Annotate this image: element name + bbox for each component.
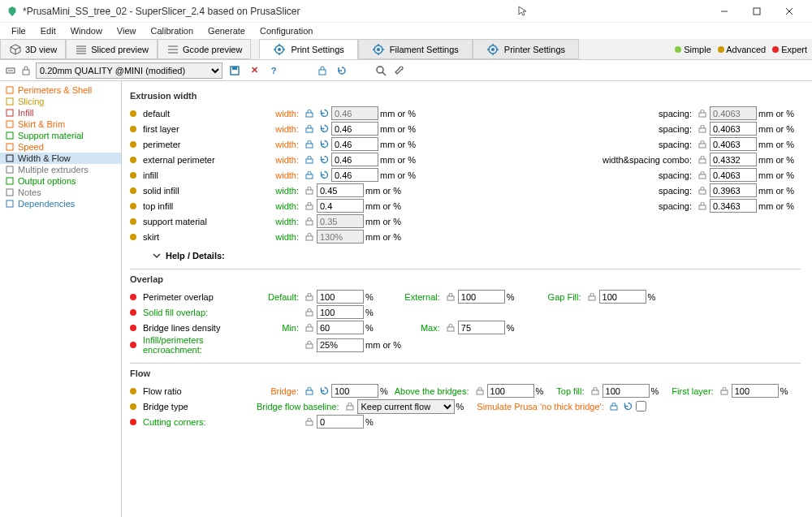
perimeter-gapfill-input[interactable] (599, 290, 646, 304)
menu-window[interactable]: Window (64, 24, 109, 37)
lock-icon[interactable] (304, 307, 315, 318)
lock-icon[interactable] (697, 139, 708, 150)
lock-icon[interactable] (304, 322, 315, 334)
mode-advanced[interactable]: Advanced (718, 45, 766, 54)
lock-icon[interactable] (304, 231, 315, 243)
sidebar-item-infill[interactable]: Infill (0, 107, 121, 118)
reset-icon[interactable] (318, 154, 330, 166)
spacing-input[interactable] (710, 137, 757, 151)
sidebar-item-skirt---brim[interactable]: Skirt & Brim (0, 118, 121, 130)
save-preset-button[interactable] (227, 63, 242, 78)
cutting-input[interactable] (317, 415, 364, 429)
lock-icon[interactable] (697, 170, 708, 181)
lock-icon[interactable] (304, 108, 315, 119)
delete-preset-button[interactable]: ✕ (247, 63, 261, 78)
menu-view[interactable]: View (110, 24, 143, 37)
perimeter-default-input[interactable] (317, 290, 364, 304)
cfg-tab-printer-settings[interactable]: Printer Settings (473, 39, 579, 59)
lock-icon[interactable] (474, 386, 486, 397)
help-button[interactable]: ? (266, 63, 281, 78)
solidfill-input[interactable] (317, 305, 364, 319)
menu-calibration[interactable]: Calibration (144, 24, 200, 37)
lock-icon[interactable] (304, 416, 315, 428)
lock-icon[interactable] (586, 291, 598, 303)
spacing-input[interactable] (710, 168, 757, 182)
reset-icon[interactable] (318, 170, 330, 181)
sidebar-item-speed[interactable]: Speed (0, 141, 121, 153)
lock-icon[interactable] (304, 185, 315, 196)
sidebar-item-output-options[interactable]: Output options (0, 175, 121, 187)
spacing-input[interactable] (710, 122, 757, 136)
sidebar-item-support-material[interactable]: Support material (0, 130, 121, 141)
spacing-input[interactable] (710, 199, 757, 213)
lock-all-button[interactable] (315, 63, 330, 78)
lock-icon[interactable] (697, 123, 708, 135)
lock-icon[interactable] (304, 170, 315, 181)
lock-icon[interactable] (697, 154, 708, 166)
lock-icon[interactable] (697, 185, 708, 196)
mode-simple[interactable]: Simple (675, 45, 711, 54)
reset-icon[interactable] (318, 108, 330, 119)
menu-edit[interactable]: Edit (34, 24, 63, 37)
close-button[interactable] (773, 2, 806, 21)
sidebar-item-perimeters---shell[interactable]: Perimeters & Shell (0, 84, 121, 96)
lock-icon[interactable] (697, 200, 708, 212)
lock-icon[interactable] (304, 200, 315, 212)
lock-icon[interactable] (344, 401, 356, 412)
width-input[interactable] (317, 183, 364, 197)
width-input[interactable] (331, 137, 378, 151)
encroach-input[interactable] (317, 338, 364, 352)
flow-topfill-input[interactable] (603, 384, 650, 398)
bridge-baseline-select[interactable]: Keep current flow (357, 399, 455, 414)
lock-icon[interactable] (304, 123, 315, 135)
lock-icon[interactable] (445, 291, 456, 303)
lock-icon[interactable] (590, 386, 601, 397)
flow-firstlayer-input[interactable] (732, 384, 779, 398)
mode-expert[interactable]: Expert (772, 45, 807, 54)
lock-icon[interactable] (719, 386, 730, 397)
perimeter-external-input[interactable] (458, 290, 505, 304)
sidebar-item-multiple-extruders[interactable]: Multiple extruders (0, 164, 121, 175)
lock-icon[interactable] (304, 291, 315, 303)
reset-icon[interactable] (318, 386, 330, 397)
bridge-max-input[interactable] (458, 321, 505, 334)
cfg-tab-filament-settings[interactable]: Filament Settings (358, 39, 473, 59)
spacing-input[interactable] (710, 183, 757, 197)
wrench-button[interactable] (393, 63, 408, 78)
minimize-button[interactable] (708, 2, 741, 21)
menu-generate[interactable]: Generate (201, 24, 252, 37)
preset-select[interactable]: 0.20mm QUALITY @MINI (modified) (36, 62, 222, 79)
reset-all-button[interactable] (335, 63, 349, 78)
flow-above-input[interactable] (487, 384, 534, 398)
bridge-min-input[interactable] (317, 321, 364, 334)
width-input[interactable] (331, 153, 378, 166)
flow-bridge-input[interactable] (331, 384, 378, 398)
plater-tab-3d-view[interactable]: 3D view (0, 39, 66, 59)
lock-icon[interactable] (697, 108, 708, 119)
width-input[interactable] (331, 168, 378, 182)
width-input[interactable] (317, 199, 364, 213)
maximize-button[interactable] (741, 2, 773, 21)
help-toggle[interactable]: Help / Details: (153, 251, 801, 261)
cfg-tab-print-settings[interactable]: Print Settings (259, 39, 357, 59)
lock-icon[interactable] (304, 139, 315, 150)
plater-tab-gcode-preview[interactable]: Gcode preview (158, 39, 251, 59)
menu-file[interactable]: File (5, 24, 32, 37)
sidebar-item-slicing[interactable]: Slicing (0, 96, 121, 107)
spacing-input[interactable] (710, 153, 757, 166)
lock-icon[interactable] (445, 322, 456, 334)
search-button[interactable] (374, 63, 388, 78)
reset-icon[interactable] (318, 123, 330, 135)
plater-tab-sliced-preview[interactable]: Sliced preview (66, 39, 158, 59)
lock-icon[interactable] (304, 154, 315, 166)
sidebar-item-notes[interactable]: Notes (0, 187, 121, 198)
sidebar-item-width---flow[interactable]: Width & Flow (0, 153, 121, 164)
sidebar-item-dependencies[interactable]: Dependencies (0, 198, 121, 209)
lock-icon[interactable] (304, 216, 315, 227)
collapse-icon[interactable] (5, 65, 16, 76)
width-input[interactable] (331, 122, 378, 136)
lock-icon[interactable] (304, 386, 315, 397)
menu-configuration[interactable]: Configuration (253, 24, 319, 37)
reset-icon[interactable] (318, 139, 330, 150)
reset-icon[interactable] (623, 401, 634, 412)
